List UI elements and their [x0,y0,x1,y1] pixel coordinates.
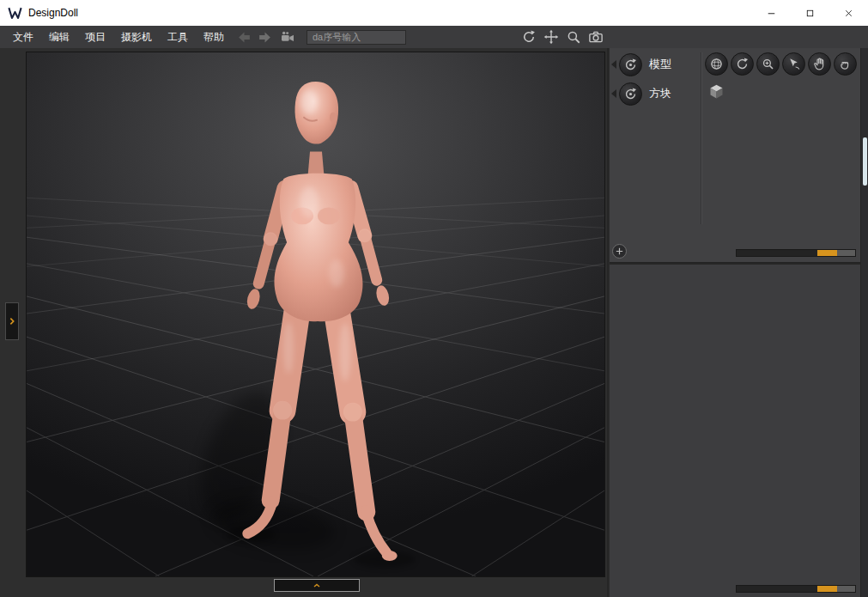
slider-thumb[interactable] [817,586,837,592]
hand-tool-button[interactable] [808,52,831,76]
rotate-tool-icon [735,57,750,71]
top-slider[interactable] [736,249,856,257]
maximize-button[interactable] [791,0,829,26]
bottom-bar [26,577,607,597]
collapse-arrow-icon[interactable] [611,60,616,69]
view-tools [519,26,605,48]
slider-tail [837,250,855,256]
pan-view-button[interactable] [541,27,561,46]
chevron-up-icon [311,582,323,589]
scene-svg [27,52,604,576]
maximize-icon [804,8,816,19]
menu-file[interactable]: 文件 [5,26,41,48]
left-flyout-tab[interactable] [5,302,19,340]
cube-tool-icon [707,82,725,101]
titlebar: DesignDoll [0,0,868,26]
model-reset-button[interactable] [619,53,642,76]
window-controls [752,0,868,26]
minimize-button[interactable] [752,0,791,26]
rotate-reset-icon [623,87,638,101]
expand-panel-button[interactable] [274,579,360,592]
slider-tail [837,586,855,592]
row-block-label: 方块 [649,86,671,101]
menu-tools[interactable]: 工具 [160,26,196,48]
screenshot-button[interactable] [586,27,605,46]
pan-view-icon [543,29,559,45]
close-button[interactable] [829,0,868,26]
rotate-view-icon [521,29,537,45]
history-nav [235,29,274,46]
cube-tool-button[interactable] [705,80,728,103]
right-panel-top: 模型 方块 [610,48,860,265]
fist-tool-icon [838,57,853,71]
forward-arrow-icon [258,30,272,45]
right-panel-body [610,265,860,578]
right-scrollbar[interactable] [860,48,868,597]
video-camera-button[interactable] [279,29,298,45]
left-strip [0,48,26,597]
close-icon [843,8,854,19]
block-reset-button[interactable] [619,82,642,106]
content-area: 模型 方块 [0,48,868,597]
viewport-column [26,48,607,597]
zoom-view-button[interactable] [563,27,583,46]
redo-forward-button[interactable] [256,29,274,46]
screenshot-camera-icon [588,29,604,45]
menu-help[interactable]: 帮助 [196,26,232,48]
mannequin-figure[interactable] [246,82,398,561]
sphere-manipulator-button[interactable] [705,52,728,76]
rotate-reset-icon [623,58,638,72]
chevron-right-icon [8,316,16,326]
serial-input[interactable] [307,30,406,45]
undo-back-button[interactable] [235,29,253,46]
fist-tool-button[interactable] [834,52,857,76]
back-arrow-icon [237,30,252,45]
right-panel-bottom [610,578,860,597]
select-rotate-tool-icon [786,57,801,71]
tool-palette [705,52,859,103]
sphere-manipulator-icon [709,57,724,71]
panel-divider [701,52,701,224]
hand-tool-icon [812,57,827,71]
rotate-view-button[interactable] [519,27,538,46]
menu-project[interactable]: 项目 [77,26,113,48]
menubar: 文件 编辑 项目 摄影机 工具 帮助 [0,26,868,48]
app-logo-icon [6,4,23,21]
zoom-view-icon [566,29,581,45]
bottom-slider[interactable] [736,585,856,593]
select-rotate-tool-button[interactable] [782,52,805,76]
menu-edit[interactable]: 编辑 [41,26,77,48]
right-panel: 模型 方块 [609,48,860,597]
menu-camera[interactable]: 摄影机 [113,26,160,48]
zoom-tool-icon [761,57,775,71]
slider-thumb[interactable] [817,250,837,256]
scrollbar-thumb[interactable] [863,137,867,186]
row-model-label: 模型 [649,57,671,72]
plus-icon [615,247,624,256]
zoom-tool-button[interactable] [756,52,780,76]
window-title: DesignDoll [28,7,78,19]
video-camera-icon [279,30,296,44]
minimize-icon [766,8,777,19]
app-window: DesignDoll 文件 编辑 项目 摄影机 工具 帮助 [0,0,868,597]
rotate-tool-button[interactable] [731,52,754,76]
viewport-3d[interactable] [26,52,605,577]
collapse-arrow-icon[interactable] [611,89,616,98]
add-item-button[interactable] [612,244,627,259]
